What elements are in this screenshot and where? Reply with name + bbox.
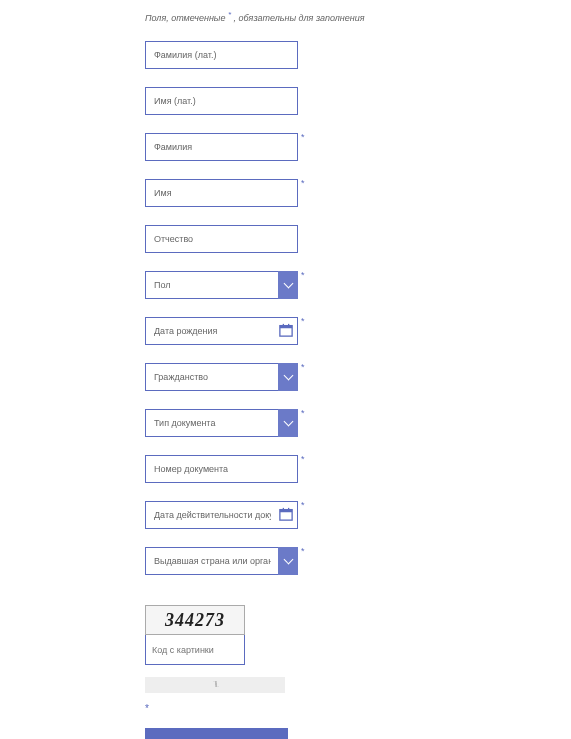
- required-marker: *: [301, 317, 305, 325]
- note-suffix: , обязательны для заполнения: [231, 13, 364, 23]
- submit-button[interactable]: ОТПРАВИТЬ ЗАПРОС: [145, 728, 288, 739]
- surname-row: *: [145, 133, 305, 161]
- issuing-row: *: [145, 547, 305, 575]
- doc-number-input[interactable]: [145, 455, 298, 483]
- required-marker: *: [301, 363, 305, 371]
- calendar-icon[interactable]: [279, 323, 293, 337]
- svg-rect-5: [280, 510, 292, 513]
- svg-rect-1: [280, 326, 292, 329]
- doc-valid-wrap: [145, 501, 298, 529]
- surname-input[interactable]: [145, 133, 298, 161]
- required-marker: *: [301, 547, 305, 555]
- doc-type-select[interactable]: [145, 409, 298, 437]
- required-marker: *: [301, 179, 305, 187]
- issuing-input[interactable]: [145, 547, 298, 575]
- form-page: Поля, отмеченные * , обязательны для зап…: [0, 0, 571, 739]
- required-marker: *: [301, 455, 305, 463]
- required-marker: *: [301, 271, 305, 279]
- patronymic-row: [145, 225, 305, 253]
- doc-valid-input[interactable]: [145, 501, 298, 529]
- name-row: *: [145, 179, 305, 207]
- required-marker: *: [301, 133, 305, 141]
- citizenship-input[interactable]: [145, 363, 298, 391]
- dob-input[interactable]: [145, 317, 298, 345]
- surname-lat-input[interactable]: [145, 41, 298, 69]
- note-prefix: Поля, отмеченные: [145, 13, 228, 23]
- captcha-block: 344273 *: [145, 605, 571, 714]
- name-input[interactable]: [145, 179, 298, 207]
- doc-number-row: *: [145, 455, 305, 483]
- name-lat-input[interactable]: [145, 87, 298, 115]
- captcha-image: 344273: [145, 605, 245, 635]
- surname-lat-row: [145, 41, 305, 69]
- required-note: Поля, отмеченные * , обязательны для зап…: [145, 10, 571, 23]
- dob-wrap: [145, 317, 298, 345]
- gender-select[interactable]: [145, 271, 298, 299]
- puzzle-icon: [209, 679, 221, 691]
- name-lat-row: [145, 87, 305, 115]
- chevron-down-icon[interactable]: [278, 363, 298, 391]
- required-marker: *: [301, 409, 305, 417]
- doc-type-input[interactable]: [145, 409, 298, 437]
- doc-type-row: *: [145, 409, 305, 437]
- citizenship-select[interactable]: [145, 363, 298, 391]
- captcha-input[interactable]: [145, 635, 245, 665]
- chevron-down-icon[interactable]: [278, 271, 298, 299]
- recaptcha-widget[interactable]: [145, 677, 285, 693]
- required-marker: *: [145, 703, 571, 714]
- gender-input[interactable]: [145, 271, 298, 299]
- gender-row: *: [145, 271, 305, 299]
- issuing-select[interactable]: [145, 547, 298, 575]
- chevron-down-icon[interactable]: [278, 547, 298, 575]
- dob-row: *: [145, 317, 305, 345]
- doc-valid-row: *: [145, 501, 305, 529]
- calendar-icon[interactable]: [279, 507, 293, 521]
- patronymic-input[interactable]: [145, 225, 298, 253]
- citizenship-row: *: [145, 363, 305, 391]
- chevron-down-icon[interactable]: [278, 409, 298, 437]
- required-marker: *: [301, 501, 305, 509]
